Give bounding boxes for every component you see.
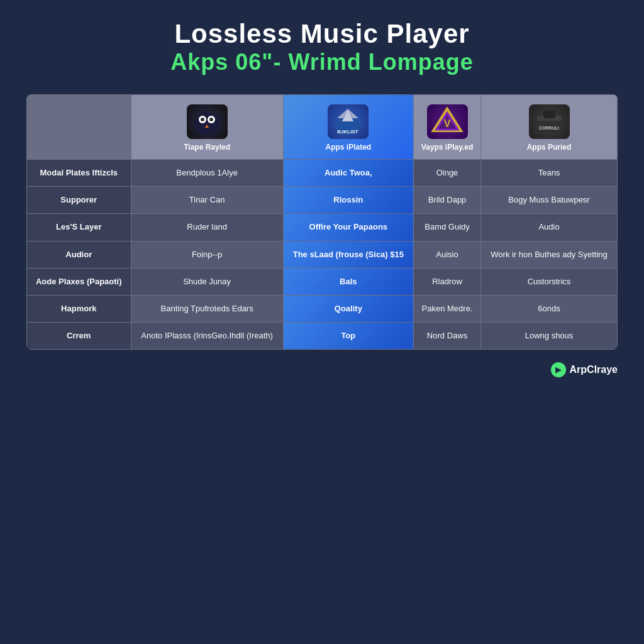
col1-cell: Tinar Can — [131, 187, 283, 214]
col1-cell: Banting Tpufroteds Edars — [131, 295, 283, 322]
col3-label: Vayps iPlay.ed — [419, 143, 475, 152]
col1-cell: Foinp--p — [131, 241, 283, 268]
comparison-table-container: Tiape Rayled BJKLIST — [26, 94, 618, 350]
svg-point-0 — [194, 112, 219, 135]
table-row: CrremAnoto IPlasss (IrinsGeo.Ihdll (Irea… — [27, 323, 618, 350]
feature-cell: Aode Plaxes (Papaoti) — [27, 268, 131, 295]
col4-cell: Teans — [481, 160, 618, 187]
col1-cell: Bendplous 1Alye — [131, 160, 283, 187]
col4-cell: Bogy Muss Batuwpesr — [481, 187, 618, 214]
page-title: Lossless Music Player — [170, 19, 474, 49]
col4-cell: Audio — [481, 214, 618, 241]
svg-point-4 — [209, 118, 213, 121]
col2-header: BJKLIST Apps iPlated — [283, 95, 413, 160]
col4-cell: Lowng shous — [481, 323, 618, 350]
table-row: Aode Plaxes (Papaoti)Shude JunayBalsRlad… — [27, 268, 618, 295]
brand-area: ▶ ArpClraye — [551, 362, 618, 377]
col2-cell: Audic Twoa, — [283, 160, 413, 187]
col2-cell: Qoality — [283, 295, 413, 322]
brand-name: ArpClraye — [570, 364, 618, 375]
logo3-placeholder: V — [427, 104, 468, 139]
col4-header: CORRULI Apps Puried — [481, 95, 618, 160]
logo3-image: V — [425, 103, 469, 140]
logo1-image — [185, 103, 229, 140]
feature-cell: Les'S Layer — [27, 214, 131, 241]
col3-cell: Auisio — [413, 241, 480, 268]
empty-header-cell — [27, 95, 131, 160]
col2-cell: The sLaad (frouse (Sica) $15 — [283, 241, 413, 268]
logo4-placeholder: CORRULI — [529, 104, 570, 139]
svg-point-3 — [201, 118, 204, 121]
feature-cell: Audior — [27, 241, 131, 268]
col2-cell: Top — [283, 323, 413, 350]
col2-label: Apps iPlated — [289, 143, 408, 152]
footer: ▶ ArpClraye — [26, 356, 618, 384]
feature-cell: Modal Plates Iftizcls — [27, 160, 131, 187]
col4-cell: 6onds — [481, 295, 618, 322]
feature-cell: Crrem — [27, 323, 131, 350]
table-row: HapmorkBanting Tpufroteds EdarsQoalityPa… — [27, 295, 618, 322]
header: Lossless Music Player Akps 06"- Wrimd Lo… — [158, 0, 486, 88]
col4-label: Apps Puried — [486, 143, 612, 152]
logo2-placeholder: BJKLIST — [328, 104, 369, 139]
logo4-image: CORRULI — [527, 103, 571, 140]
svg-text:V: V — [443, 118, 450, 129]
table-row: Modal Plates IftizclsBendplous 1AlyeAudi… — [27, 160, 618, 187]
svg-text:CORRULI: CORRULI — [539, 126, 559, 130]
logo1-placeholder — [187, 104, 228, 139]
comparison-table: Tiape Rayled BJKLIST — [26, 94, 618, 350]
col3-cell: Oinge — [413, 160, 480, 187]
logo-row: Tiape Rayled BJKLIST — [27, 95, 618, 160]
logo2-image: BJKLIST — [326, 103, 370, 140]
col3-cell: Rladrow — [413, 268, 480, 295]
feature-cell: Supporer — [27, 187, 131, 214]
table-body: Modal Plates IftizclsBendplous 1AlyeAudi… — [27, 160, 618, 350]
col3-cell: Paken Medre. — [413, 295, 480, 322]
col3-header: V Vayps iPlay.ed — [413, 95, 480, 160]
feature-cell: Hapmork — [27, 295, 131, 322]
col4-cell: Work ir hon Buthes ady Syetting — [481, 241, 618, 268]
col3-cell: Brild Dapp — [413, 187, 480, 214]
col3-cell: Bamd Guidy — [413, 214, 480, 241]
table-row: AudiorFoinp--pThe sLaad (frouse (Sica) $… — [27, 241, 618, 268]
col3-cell: Nord Daws — [413, 323, 480, 350]
svg-rect-16 — [543, 111, 555, 118]
col2-cell: Offire Your Papaons — [283, 214, 413, 241]
page-subtitle: Akps 06"- Wrimd Lompage — [170, 49, 474, 75]
col2-cell: Rlossin — [283, 187, 413, 214]
col1-cell: Anoto IPlasss (IrinsGeo.Ihdll (Ireath) — [131, 323, 283, 350]
table-row: SupporerTinar CanRlossinBrild DappBogy M… — [27, 187, 618, 214]
col1-header: Tiape Rayled — [131, 95, 283, 160]
col1-cell: Shude Junay — [131, 268, 283, 295]
col1-label: Tiape Rayled — [136, 143, 278, 152]
svg-text:BJKLIST: BJKLIST — [338, 129, 358, 135]
col4-cell: Custorstrics — [481, 268, 618, 295]
col1-cell: Ruder land — [131, 214, 283, 241]
brand-icon: ▶ — [551, 362, 566, 377]
table-row: Les'S LayerRuder landOffire Your Papaons… — [27, 214, 618, 241]
col2-cell: Bals — [283, 268, 413, 295]
